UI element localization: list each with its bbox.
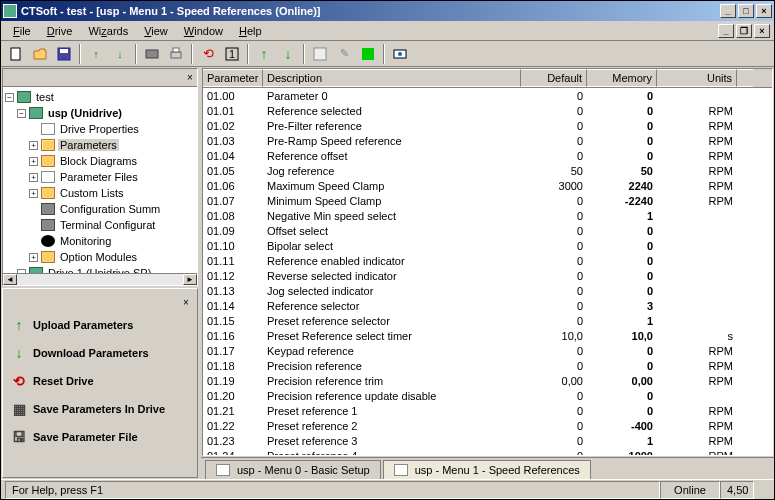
cell-units: RPM (657, 405, 737, 417)
tb-wand-icon[interactable]: ✎ (333, 43, 355, 65)
table-row[interactable]: 01.11Reference enabled indicator00 (203, 253, 772, 268)
menu-view[interactable]: View (136, 23, 176, 39)
cell-default: 10,0 (521, 330, 587, 342)
tree-toggle[interactable]: + (29, 253, 38, 262)
tree-toggle[interactable]: + (29, 173, 38, 182)
table-row[interactable]: 01.12Reverse selected indicator00 (203, 268, 772, 283)
tree-toggle[interactable]: + (29, 189, 38, 198)
col-default[interactable]: Default (521, 69, 587, 87)
grid-body[interactable]: 01.00Parameter 00001.01Reference selecte… (203, 88, 772, 455)
maximize-button[interactable]: □ (738, 4, 754, 18)
tab-menu-0[interactable]: usp - Menu 0 - Basic Setup (205, 460, 381, 479)
table-row[interactable]: 01.02Pre-Filter reference00RPM (203, 118, 772, 133)
close-button[interactable]: × (756, 4, 772, 18)
cell-memory: 0 (587, 105, 657, 117)
menu-window[interactable]: Window (176, 23, 231, 39)
table-row[interactable]: 01.18Precision reference00RPM (203, 358, 772, 373)
minimize-button[interactable]: _ (720, 4, 736, 18)
table-row[interactable]: 01.21Preset reference 100RPM (203, 403, 772, 418)
mdi-restore-button[interactable]: ❐ (736, 24, 752, 38)
tb-save-drive-icon[interactable] (141, 43, 163, 65)
tree-item[interactable]: Drive Properties (58, 123, 141, 135)
table-row[interactable]: 01.17Keypad reference00RPM (203, 343, 772, 358)
tb-upload-icon[interactable]: ↑ (85, 43, 107, 65)
table-row[interactable]: 01.04Reference offset00RPM (203, 148, 772, 163)
table-row[interactable]: 01.00Parameter 000 (203, 88, 772, 103)
tb-print-icon[interactable] (165, 43, 187, 65)
table-row[interactable]: 01.10Bipolar select00 (203, 238, 772, 253)
tree-item[interactable]: Monitoring (58, 235, 113, 247)
tree-hscroll[interactable]: ◄► (3, 273, 197, 285)
tb-online-icon[interactable] (357, 43, 379, 65)
save-file-label: Save Parameter File (33, 431, 138, 443)
table-row[interactable]: 01.03Pre-Ramp Speed reference00RPM (203, 133, 772, 148)
save-file-button[interactable]: 🖫Save Parameter File (7, 423, 193, 451)
table-row[interactable]: 01.19Precision reference trim0,000,00RPM (203, 373, 772, 388)
tree-toggle[interactable]: − (17, 109, 26, 118)
table-row[interactable]: 01.08Negative Min speed select01 (203, 208, 772, 223)
table-row[interactable]: 01.06Maximum Speed Clamp30002240RPM (203, 178, 772, 193)
tree-item-parameters[interactable]: Parameters (58, 139, 119, 151)
table-row[interactable]: 01.20Precision reference update disable0… (203, 388, 772, 403)
status-online: Online (660, 481, 720, 499)
tree-toggle[interactable]: − (17, 269, 26, 274)
tree-item[interactable]: Option Modules (58, 251, 139, 263)
tb-new-icon[interactable] (5, 43, 27, 65)
tree-item[interactable]: Parameter Files (58, 171, 140, 183)
col-parameter[interactable]: Parameter (203, 69, 263, 87)
menu-help[interactable]: Help (231, 23, 270, 39)
tb-reset-icon[interactable]: ⟲ (197, 43, 219, 65)
tb-down-green-icon[interactable]: ↓ (277, 43, 299, 65)
save-drive-button[interactable]: ▦Save Parameters In Drive (7, 395, 193, 423)
tree-item[interactable]: Block Diagrams (58, 155, 139, 167)
table-row[interactable]: 01.07Minimum Speed Clamp0-2240RPM (203, 193, 772, 208)
mdi-close-button[interactable]: × (754, 24, 770, 38)
drive-tree[interactable]: −test −usp (Unidrive) Drive Properties +… (3, 87, 197, 273)
table-row[interactable]: 01.01Reference selected00RPM (203, 103, 772, 118)
tree-toggle[interactable]: − (5, 93, 14, 102)
tab-menu-1[interactable]: usp - Menu 1 - Speed References (383, 460, 591, 479)
reset-button[interactable]: ⟲Reset Drive (7, 367, 193, 395)
menu-drive[interactable]: Drive (39, 23, 81, 39)
col-memory[interactable]: Memory (587, 69, 657, 87)
table-row[interactable]: 01.09Offset select00 (203, 223, 772, 238)
tree-drive-0[interactable]: usp (Unidrive) (46, 107, 124, 119)
mdi-minimize-button[interactable]: _ (718, 24, 734, 38)
table-row[interactable]: 01.13Jog selected indicator00 (203, 283, 772, 298)
tree-item[interactable]: Custom Lists (58, 187, 126, 199)
upload-button[interactable]: ↑Upload Parameters (7, 311, 193, 339)
cell-param: 01.01 (203, 105, 263, 117)
tb-keypad-icon[interactable] (309, 43, 331, 65)
cell-default: 0 (521, 300, 587, 312)
download-button[interactable]: ↓Download Parameters (7, 339, 193, 367)
tb-open-icon[interactable] (29, 43, 51, 65)
table-row[interactable]: 01.16Preset Reference select timer10,010… (203, 328, 772, 343)
menu-file[interactable]: File (5, 23, 39, 39)
table-row[interactable]: 01.24Preset reference 401000RPM (203, 448, 772, 455)
tb-download-icon[interactable]: ↓ (109, 43, 131, 65)
tb-up-green-icon[interactable]: ↑ (253, 43, 275, 65)
col-units[interactable]: Units (657, 69, 737, 87)
table-row[interactable]: 01.15Preset reference selector01 (203, 313, 772, 328)
tree-toggle[interactable]: + (29, 157, 38, 166)
actions-close-icon[interactable]: × (179, 295, 193, 309)
tb-refresh-icon[interactable]: 1 (221, 43, 243, 65)
table-row[interactable]: 01.22Preset reference 20-400RPM (203, 418, 772, 433)
menu-wizards[interactable]: Wizards (80, 23, 136, 39)
tree-drive-1[interactable]: Drive 1 (Unidrive SP) (46, 267, 153, 273)
col-description[interactable]: Description (263, 69, 521, 87)
tree-item[interactable]: Configuration Summ (58, 203, 162, 215)
tab-icon (394, 464, 408, 476)
tree-close-icon[interactable]: × (183, 71, 197, 85)
tb-save-icon[interactable] (53, 43, 75, 65)
table-row[interactable]: 01.14Reference selector03 (203, 298, 772, 313)
tree-root[interactable]: test (34, 91, 56, 103)
tb-wizard-icon[interactable] (389, 43, 411, 65)
cell-default: 0 (521, 105, 587, 117)
tree-item[interactable]: Terminal Configurat (58, 219, 157, 231)
table-row[interactable]: 01.23Preset reference 301RPM (203, 433, 772, 448)
cell-param: 01.04 (203, 150, 263, 162)
tree-toggle[interactable]: + (29, 141, 38, 150)
col-scroll-pad (737, 69, 753, 87)
table-row[interactable]: 01.05Jog reference5050RPM (203, 163, 772, 178)
